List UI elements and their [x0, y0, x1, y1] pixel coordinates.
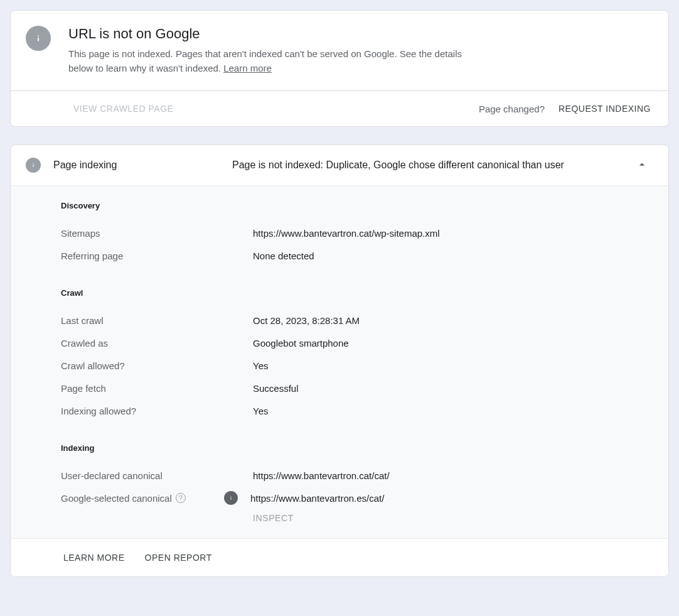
google-canonical-label-text: Google-selected canonical — [61, 493, 172, 504]
sitemaps-value: https://www.bantevartron.cat/wp-sitemap.… — [253, 228, 440, 239]
referring-page-label: Referring page — [61, 251, 253, 261]
user-canonical-value: https://www.bantevartron.cat/cat/ — [253, 470, 390, 481]
table-row: Page fetch Successful — [61, 377, 653, 399]
discovery-heading: Discovery — [61, 201, 653, 210]
summary-actions-right: Page changed? Request indexing — [479, 99, 653, 119]
info-icon — [26, 158, 41, 173]
crawled-as-label: Crawled as — [61, 338, 253, 349]
inspect-button[interactable]: Inspect — [253, 513, 294, 523]
referring-page-value: None detected — [253, 251, 314, 261]
info-icon — [224, 491, 238, 505]
google-canonical-value-wrap: https://www.bantevartron.es/cat/ — [224, 491, 384, 505]
crawl-allowed-label: Crawl allowed? — [61, 360, 253, 371]
view-crawled-page-button[interactable]: View crawled page — [71, 99, 176, 119]
panel-label: Page indexing — [53, 159, 232, 171]
google-canonical-value: https://www.bantevartron.es/cat/ — [250, 493, 384, 504]
summary-actions: View crawled page Page changed? Request … — [11, 90, 668, 126]
table-row: Google-selected canonical ? https://www.… — [61, 487, 653, 509]
table-row: Referring page None detected — [61, 244, 653, 267]
last-crawl-label: Last crawl — [61, 315, 253, 326]
crawl-allowed-value: Yes — [253, 360, 268, 371]
panel-status: Page is not indexed: Duplicate, Google c… — [232, 159, 631, 171]
last-crawl-value: Oct 28, 2023, 8:28:31 AM — [253, 315, 360, 326]
table-row: Crawl allowed? Yes — [61, 354, 653, 377]
page-changed-label: Page changed? — [479, 104, 545, 114]
help-icon[interactable]: ? — [176, 493, 186, 503]
table-row: Crawled as Googlebot smartphone — [61, 332, 653, 354]
indexing-allowed-label: Indexing allowed? — [61, 406, 253, 416]
learn-more-button[interactable]: Learn more — [61, 548, 127, 568]
open-report-button[interactable]: Open report — [142, 548, 215, 568]
table-row: Indexing allowed? Yes — [61, 399, 653, 422]
summary-header: URL is not on Google This page is not in… — [11, 11, 668, 90]
table-row: Sitemaps https://www.bantevartron.cat/wp… — [61, 222, 653, 244]
panel-body: Discovery Sitemaps https://www.bantevart… — [11, 185, 668, 538]
page-indexing-header[interactable]: Page indexing Page is not indexed: Dupli… — [11, 145, 668, 185]
summary-text: URL is not on Google This page is not in… — [68, 26, 483, 75]
summary-description: This page is not indexed. Pages that are… — [68, 47, 483, 75]
chevron-up-icon — [631, 158, 653, 173]
crawl-heading: Crawl — [61, 288, 653, 298]
page-indexing-card: Page indexing Page is not indexed: Dupli… — [10, 144, 669, 577]
panel-footer: Learn more Open report — [11, 538, 668, 576]
request-indexing-button[interactable]: Request indexing — [556, 99, 653, 119]
info-icon — [26, 26, 51, 51]
summary-title: URL is not on Google — [68, 26, 483, 42]
table-row: Last crawl Oct 28, 2023, 8:28:31 AM — [61, 309, 653, 332]
indexing-heading: Indexing — [61, 443, 653, 453]
user-canonical-label: User-declared canonical — [61, 470, 253, 481]
google-canonical-label: Google-selected canonical ? — [61, 493, 224, 504]
sitemaps-label: Sitemaps — [61, 228, 253, 239]
page-fetch-label: Page fetch — [61, 383, 253, 394]
learn-more-link[interactable]: Learn more — [223, 63, 272, 73]
indexing-allowed-value: Yes — [253, 406, 268, 416]
crawled-as-value: Googlebot smartphone — [253, 338, 349, 349]
page-fetch-value: Successful — [253, 383, 299, 394]
summary-card: URL is not on Google This page is not in… — [10, 10, 669, 127]
table-row: User-declared canonical https://www.bant… — [61, 464, 653, 487]
